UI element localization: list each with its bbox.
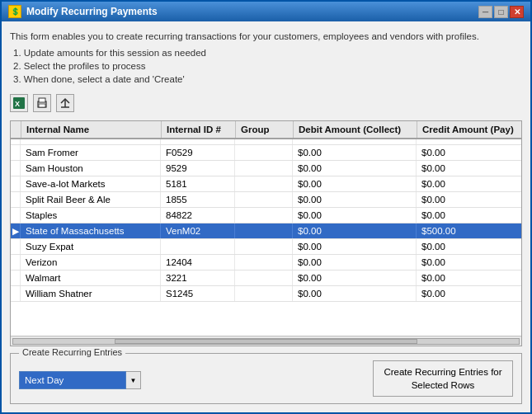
cell-debit: $0.00 [293,223,417,238]
cell-internal-name: Verizon [21,255,161,270]
cell-group [235,239,293,254]
next-day-dropdown[interactable]: Next Day Same Day Two Days [19,371,126,389]
cell-internal-name: Sam Houston [21,161,161,176]
cell-internal-name: William Shatner [21,286,161,301]
cell-internal-id: 5181 [161,176,235,191]
cell-group [235,286,293,301]
horizontal-scrollbar[interactable] [12,338,520,345]
step-2: 2. Select the profiles to process [13,59,522,73]
cell-credit: $0.00 [417,255,521,270]
cell-group [235,161,293,176]
cell-credit: $0.00 [417,208,521,223]
info-main-text: This form enables you to create recurrin… [10,31,479,41]
table-body[interactable]: Sam FromerF0529$0.00$0.00Sam Houston9529… [11,139,521,336]
cell-internal-name: Split Rail Beer & Ale [21,192,161,207]
cell-debit [293,139,417,144]
table-row[interactable]: Sam Houston9529$0.00$0.00 [11,161,521,176]
cell-group [235,208,293,223]
row-indicator: ▶ [11,223,21,238]
step-3: 3. When done, select a date and 'Create' [13,73,522,86]
col-header-internal-id: Internal ID # [162,121,236,138]
bottom-section: Create Recurring Entries Next Day Same D… [10,353,522,404]
title-controls: ─ □ ✕ [478,6,524,18]
cell-internal-name: Sam Fromer [21,145,161,160]
horizontal-scroll-area[interactable] [11,336,521,346]
table-row[interactable]: ▶State of MassachusettsVenM02$0.00$500.0… [11,223,521,239]
svg-rect-4 [39,104,45,107]
cell-credit: $0.00 [417,192,521,207]
svg-text:X: X [15,100,20,108]
cell-debit: $0.00 [293,271,417,285]
cell-internal-id: 12404 [161,255,235,270]
table-row[interactable] [11,139,521,145]
cell-credit: $500.00 [417,223,521,238]
cell-internal-id: 1855 [161,192,235,207]
row-indicator [11,192,21,207]
data-table: Internal Name Internal ID # Group Debit … [10,120,522,346]
table-row[interactable]: Staples84822$0.00$0.00 [11,208,521,223]
steps-list: 1. Update amounts for this session as ne… [10,46,522,86]
cell-debit: $0.00 [293,176,417,191]
table-row[interactable]: Verizon12404$0.00$0.00 [11,255,521,271]
close-button[interactable]: ✕ [510,6,524,18]
cell-group [235,255,293,270]
export-icon[interactable] [56,94,74,112]
table-row[interactable]: William ShatnerS1245$0.00$0.00 [11,286,521,302]
cell-group [235,176,293,191]
table-row[interactable]: Split Rail Beer & Ale1855$0.00$0.00 [11,192,521,208]
cell-internal-id [161,239,235,254]
table-row[interactable]: Save-a-lot Markets5181$0.00$0.00 [11,176,521,192]
col-header-debit: Debit Amount (Collect) [294,121,417,138]
cell-debit: $0.00 [293,208,417,223]
cell-debit: $0.00 [293,192,417,207]
row-indicator [11,161,21,176]
indicator-col-header [11,121,21,138]
cell-credit: $0.00 [417,161,521,176]
cell-debit: $0.00 [293,145,417,160]
row-indicator [11,271,21,285]
recurring-group: Create Recurring Entries Next Day Same D… [10,353,522,404]
dropdown-arrow-icon[interactable]: ▼ [126,371,141,389]
window-icon: 💲 [8,5,21,18]
dropdown-section: Next Day Same Day Two Days ▼ [19,368,141,389]
create-recurring-button[interactable]: Create Recurring Entries forSelected Row… [373,360,513,397]
row-indicator [11,145,21,160]
cell-debit: $0.00 [293,161,417,176]
minimize-button[interactable]: ─ [478,6,492,18]
cell-internal-name: Staples [21,208,161,223]
cell-group [235,223,293,238]
cell-debit: $0.00 [293,255,417,270]
cell-credit: $0.00 [417,286,521,301]
cell-internal-name: State of Massachusetts [21,223,161,238]
cell-credit: $0.00 [417,271,521,285]
cell-internal-name: Save-a-lot Markets [21,176,161,191]
cell-group [235,139,293,144]
cell-credit [417,139,521,144]
row-indicator [11,139,21,144]
cell-group [235,145,293,160]
col-header-group: Group [236,121,294,138]
cell-internal-id: F0529 [161,145,235,160]
table-header: Internal Name Internal ID # Group Debit … [11,121,521,139]
title-bar: 💲 Modify Recurring Payments ─ □ ✕ [2,2,530,21]
row-indicator [11,176,21,191]
col-header-internal-name: Internal Name [21,121,162,138]
row-indicator [11,286,21,301]
cell-group [235,271,293,285]
table-row[interactable]: Sam FromerF0529$0.00$0.00 [11,145,521,161]
cell-internal-id: VenM02 [161,223,235,238]
recurring-group-label: Create Recurring Entries [19,347,125,357]
maximize-button[interactable]: □ [494,6,508,18]
excel-icon[interactable]: X [10,94,28,112]
horizontal-scrollbar-thumb[interactable] [115,339,418,344]
print-icon[interactable] [33,94,51,112]
table-row[interactable]: Walmart3221$0.00$0.00 [11,271,521,286]
cell-internal-name: Walmart [21,271,161,285]
row-indicator [11,239,21,254]
title-bar-left: 💲 Modify Recurring Payments [8,5,158,18]
cell-internal-id: S1245 [161,286,235,301]
toolbar: X [10,92,522,114]
table-row[interactable]: Suzy Expat$0.00$0.00 [11,239,521,255]
window-title: Modify Recurring Payments [26,6,158,17]
dropdown-container: Next Day Same Day Two Days ▼ [19,371,141,389]
